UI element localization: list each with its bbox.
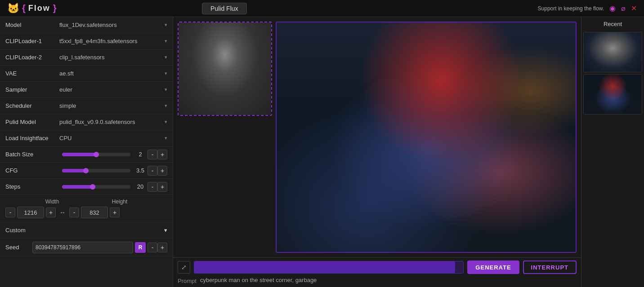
cfg-label: CFG bbox=[5, 167, 59, 174]
cfg-minus[interactable]: - bbox=[148, 166, 157, 176]
scheduler-value: simple bbox=[59, 102, 76, 109]
recent-image-2 bbox=[584, 75, 642, 114]
height-input[interactable] bbox=[81, 207, 108, 218]
seed-label: Seed bbox=[5, 244, 32, 251]
batch-size-minus[interactable]: - bbox=[148, 150, 157, 159]
scheduler-label: Scheduler bbox=[5, 102, 59, 109]
sampler-select[interactable]: euler ▾ bbox=[59, 86, 167, 93]
width-plus[interactable]: + bbox=[46, 208, 56, 217]
logo-icon: 🐱 bbox=[7, 3, 19, 14]
cliploader2-label: CLIPLoader-2 bbox=[5, 54, 59, 61]
batch-size-value: 2 bbox=[133, 151, 148, 158]
custom-select[interactable]: Custom ▾ bbox=[5, 227, 167, 234]
steps-plus[interactable]: + bbox=[157, 182, 167, 192]
steps-thumb bbox=[90, 184, 95, 190]
vae-row: VAE ae.sft ▾ bbox=[0, 66, 173, 82]
recent-thumb-2[interactable] bbox=[583, 74, 642, 115]
pulid-model-value: pulid_flux_v0.9.0.safetensors bbox=[59, 119, 135, 125]
expand-button[interactable]: ⤢ bbox=[178, 261, 190, 274]
custom-label: Custom bbox=[5, 227, 26, 234]
pulid-model-select[interactable]: pulid_flux_v0.9.0.safetensors ▾ bbox=[59, 119, 167, 125]
steps-slider[interactable] bbox=[62, 185, 130, 189]
prompt-label: Prompt bbox=[178, 277, 197, 284]
cliploader2-row: CLIPLoader-2 clip_l.safetensors ▾ bbox=[0, 49, 173, 66]
height-label: Height bbox=[112, 199, 128, 205]
sampler-chevron: ▾ bbox=[165, 87, 167, 93]
steps-row: Steps 20 - + bbox=[0, 179, 173, 195]
right-panel: Recent bbox=[581, 17, 644, 287]
interrupt-button[interactable]: INTERRUPT bbox=[523, 261, 577, 274]
batch-size-label: Batch Size bbox=[5, 151, 59, 158]
steps-label: Steps bbox=[5, 183, 59, 190]
seed-input[interactable] bbox=[32, 242, 133, 253]
width-label: Width bbox=[45, 199, 59, 205]
seed-row: Seed R - + bbox=[0, 238, 173, 256]
link-icon[interactable]: ↔ bbox=[58, 209, 67, 216]
close-icon[interactable]: ✕ bbox=[631, 4, 637, 13]
cliploader2-chevron: ▾ bbox=[165, 54, 167, 60]
steps-minus[interactable]: - bbox=[148, 182, 157, 192]
patreon-icon[interactable]: ◉ bbox=[609, 4, 616, 13]
pulid-model-label: Pulid Model bbox=[5, 119, 59, 125]
cliploader2-select[interactable]: clip_l.safetensors ▾ bbox=[59, 54, 167, 61]
generate-button[interactable]: GENERATE bbox=[467, 261, 519, 274]
insightface-chevron: ▾ bbox=[165, 135, 167, 141]
width-input[interactable] bbox=[17, 207, 44, 218]
cfg-thumb bbox=[83, 168, 89, 173]
prompt-text: cyberpunk man on the street corner, garb… bbox=[200, 277, 577, 283]
sidebar: Model flux_1Dev.safetensors ▾ CLIPLoader… bbox=[0, 17, 173, 287]
cfg-slider[interactable] bbox=[62, 169, 130, 172]
brace-open: { bbox=[22, 3, 26, 13]
insightface-label: Load Insightface bbox=[5, 135, 59, 141]
sampler-row: Sampler euler ▾ bbox=[0, 82, 173, 98]
face-image-box[interactable] bbox=[178, 22, 272, 116]
recent-image-1 bbox=[584, 32, 642, 72]
main-image-box bbox=[276, 22, 577, 253]
cliploader1-value: t5xxl_fp8_e4m3fn.safetensors bbox=[59, 38, 137, 44]
vae-value: ae.sft bbox=[59, 70, 74, 77]
active-tab[interactable]: Pulid Flux bbox=[202, 3, 246, 14]
seed-plus[interactable]: + bbox=[157, 243, 167, 252]
sampler-label: Sampler bbox=[5, 86, 59, 93]
model-label: Model bbox=[5, 22, 59, 28]
pulid-model-row: Pulid Model pulid_flux_v0.9.0.safetensor… bbox=[0, 114, 173, 130]
batch-size-row: Batch Size 2 - + bbox=[0, 146, 173, 163]
batch-size-plus[interactable]: + bbox=[157, 150, 167, 159]
cliploader2-value: clip_l.safetensors bbox=[59, 54, 104, 61]
width-minus[interactable]: - bbox=[5, 208, 15, 217]
flow-title: Flow bbox=[28, 4, 50, 13]
vae-chevron: ▾ bbox=[165, 71, 167, 76]
scheduler-chevron: ▾ bbox=[165, 103, 167, 109]
height-minus[interactable]: - bbox=[69, 208, 79, 217]
recent-thumb-1[interactable] bbox=[583, 32, 642, 72]
cliploader1-chevron: ▾ bbox=[165, 38, 167, 44]
batch-size-slider[interactable] bbox=[62, 153, 130, 156]
model-value: flux_1Dev.safetensors bbox=[59, 22, 117, 28]
cfg-plus[interactable]: + bbox=[157, 166, 167, 176]
vae-label: VAE bbox=[5, 70, 59, 77]
prompt-row: Prompt cyberpunk man on the street corne… bbox=[178, 277, 577, 284]
seed-random-button[interactable]: R bbox=[135, 242, 146, 253]
face-image bbox=[179, 22, 271, 115]
cliploader1-select[interactable]: t5xxl_fp8_e4m3fn.safetensors ▾ bbox=[59, 38, 167, 44]
bottom-bar: ⤢ GENERATE INTERRUPT Prompt cyberpunk ma… bbox=[173, 257, 581, 287]
github-icon[interactable]: ⌀ bbox=[621, 4, 626, 13]
progress-bar bbox=[194, 261, 464, 274]
height-plus[interactable]: + bbox=[110, 208, 120, 217]
pulid-model-chevron: ▾ bbox=[165, 119, 167, 125]
image-area bbox=[173, 17, 581, 257]
progress-fill bbox=[194, 261, 455, 273]
cfg-value: 3.5 bbox=[133, 167, 148, 174]
model-chevron: ▾ bbox=[165, 22, 167, 28]
wh-controls: - + ↔ - + bbox=[5, 207, 167, 218]
scheduler-row: Scheduler simple ▾ bbox=[0, 98, 173, 114]
header-right: Support in keeping the flow. ◉ ⌀ ✕ bbox=[538, 4, 637, 13]
insightface-select[interactable]: CPU ▾ bbox=[59, 135, 167, 141]
support-text: Support in keeping the flow. bbox=[538, 5, 604, 12]
model-select[interactable]: flux_1Dev.safetensors ▾ bbox=[59, 22, 167, 28]
seed-minus[interactable]: - bbox=[148, 243, 157, 252]
vae-select[interactable]: ae.sft ▾ bbox=[59, 70, 167, 77]
cliploader1-label: CLIPLoader-1 bbox=[5, 38, 59, 44]
main-generated-image bbox=[277, 22, 576, 252]
scheduler-select[interactable]: simple ▾ bbox=[59, 102, 167, 109]
